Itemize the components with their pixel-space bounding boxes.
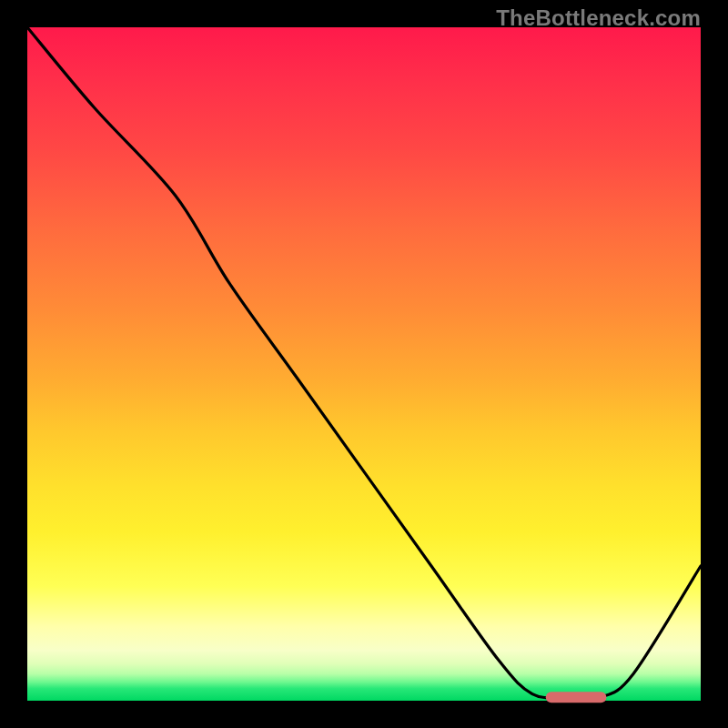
bottleneck-curve	[27, 27, 701, 699]
chart-container: TheBottleneck.com	[0, 0, 728, 728]
chart-overlay	[27, 27, 701, 701]
optimal-range-marker	[546, 692, 607, 703]
